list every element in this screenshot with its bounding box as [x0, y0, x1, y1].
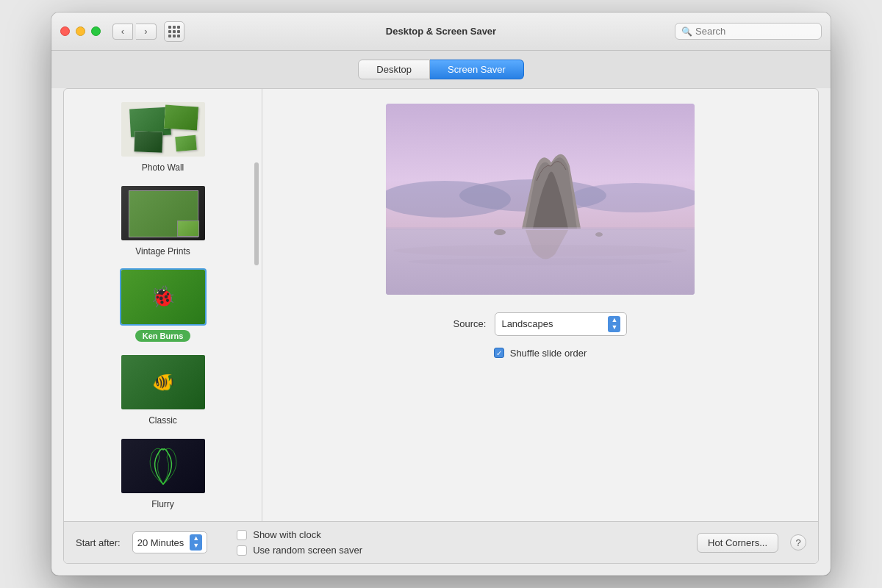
saver-badge-ken-burns: Ken Burns — [135, 330, 191, 342]
svg-rect-7 — [386, 227, 695, 230]
saver-item-vintage-prints[interactable]: Vintage Prints — [73, 184, 253, 257]
maximize-button[interactable] — [91, 26, 101, 36]
shuffle-checkbox[interactable]: ✓ — [494, 348, 504, 358]
time-select[interactable]: 20 Minutes ▲ ▼ — [132, 531, 208, 553]
saver-thumb-classic: 🐠 — [120, 354, 207, 411]
saver-item-flurry[interactable]: Flurry — [73, 437, 253, 509]
source-select-arrows: ▲ ▼ — [608, 316, 620, 332]
source-select-value: Landscapes — [501, 318, 553, 329]
close-button[interactable] — [60, 26, 70, 36]
traffic-lights — [60, 26, 101, 36]
nav-buttons: ‹ › — [112, 24, 157, 40]
window-title: Desktop & Screen Saver — [386, 26, 496, 37]
search-icon: 🔍 — [681, 26, 692, 37]
tab-desktop[interactable]: Desktop — [358, 60, 430, 79]
start-after-label: Start after: — [76, 537, 121, 548]
preview-panel: Source: Landscapes ▲ ▼ ✓ Shuffle slide o… — [262, 89, 818, 521]
saver-label-photo-wall: Photo Wall — [142, 162, 184, 173]
saver-label-vintage-prints: Vintage Prints — [135, 246, 190, 257]
saver-label-flurry: Flurry — [151, 499, 174, 509]
list-scrollbar[interactable] — [254, 162, 259, 265]
search-bar[interactable]: 🔍 — [675, 23, 822, 40]
shuffle-label: Shuffle slide order — [510, 348, 587, 359]
minimize-button[interactable] — [76, 26, 85, 36]
hot-corners-button[interactable]: Hot Corners... — [697, 533, 778, 553]
svg-point-9 — [595, 232, 603, 237]
saver-label-classic: Classic — [148, 415, 177, 426]
forward-button[interactable]: › — [136, 24, 157, 40]
tabbar: Desktop Screen Saver — [51, 51, 831, 88]
time-select-arrows: ▲ ▼ — [190, 534, 202, 551]
random-saver-label: Use random screen saver — [253, 545, 362, 556]
tab-screen-saver[interactable]: Screen Saver — [430, 60, 524, 79]
preview-image — [386, 104, 695, 295]
saver-item-photo-wall[interactable]: Photo Wall — [73, 101, 253, 173]
random-saver-row: Use random screen saver — [237, 545, 362, 556]
source-row: Source: Landscapes ▲ ▼ — [453, 312, 628, 336]
titlebar: ‹ › Desktop & Screen Saver 🔍 — [51, 12, 831, 51]
saver-thumb-flurry — [120, 437, 207, 495]
svg-point-8 — [494, 229, 506, 235]
content-body: Photo Wall Vintage P — [64, 89, 818, 521]
grid-view-button[interactable] — [164, 21, 184, 42]
saver-thumb-ken-burns: 🐞 — [120, 268, 207, 326]
show-clock-row: Show with clock — [237, 529, 362, 540]
bottom-checkboxes: Show with clock Use random screen saver — [237, 529, 362, 556]
bottom-bar: Start after: 20 Minutes ▲ ▼ Show with cl… — [64, 521, 818, 563]
main-window: ‹ › Desktop & Screen Saver 🔍 Desktop Scr… — [51, 12, 831, 576]
saver-item-classic[interactable]: 🐠 Classic — [73, 354, 253, 426]
source-label: Source: — [453, 318, 487, 329]
saver-list: Photo Wall Vintage P — [64, 89, 262, 521]
help-button[interactable]: ? — [790, 534, 806, 551]
saver-item-ken-burns[interactable]: 🐞 Ken Burns — [73, 268, 253, 342]
saver-thumb-vintage-prints — [120, 184, 207, 242]
source-select[interactable]: Landscapes ▲ ▼ — [495, 312, 627, 336]
content-panel: Photo Wall Vintage P — [63, 88, 819, 564]
svg-point-6 — [408, 258, 673, 265]
time-value: 20 Minutes — [137, 537, 184, 548]
back-button[interactable]: ‹ — [112, 24, 133, 40]
show-clock-label: Show with clock — [253, 529, 320, 540]
show-clock-checkbox[interactable] — [237, 530, 247, 540]
shuffle-row: ✓ Shuffle slide order — [494, 348, 587, 359]
random-saver-checkbox[interactable] — [237, 545, 247, 556]
saver-thumb-photo-wall — [120, 101, 207, 158]
search-input[interactable] — [695, 26, 815, 37]
